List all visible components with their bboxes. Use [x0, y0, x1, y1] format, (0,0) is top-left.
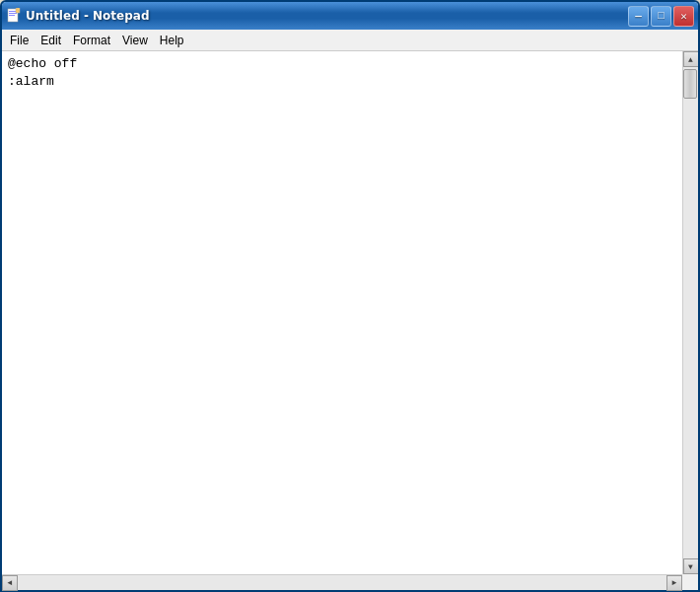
scroll-corner — [682, 574, 698, 590]
scroll-left-button[interactable]: ◄ — [2, 575, 18, 591]
title-bar: Untitled - Notepad — □ ✕ — [2, 2, 698, 30]
notepad-window: Untitled - Notepad — □ ✕ File Edit Forma… — [0, 0, 700, 592]
bottom-bar: ◄ ► — [2, 574, 698, 590]
scroll-down-button[interactable]: ▼ — [683, 558, 699, 574]
notepad-icon — [6, 8, 22, 24]
editor-area: @echo off :alarm ▲ ▼ — [2, 51, 698, 574]
svg-rect-3 — [9, 15, 15, 16]
vertical-scrollbar: ▲ ▼ — [682, 51, 698, 574]
scroll-right-button[interactable]: ► — [666, 575, 682, 591]
scroll-up-button[interactable]: ▲ — [683, 51, 699, 67]
menu-view[interactable]: View — [116, 32, 154, 49]
title-buttons: — □ ✕ — [628, 6, 694, 27]
maximize-button[interactable]: □ — [651, 6, 671, 27]
close-button[interactable]: ✕ — [673, 6, 694, 27]
menu-help[interactable]: Help — [154, 32, 190, 49]
scroll-thumb-vertical[interactable] — [683, 69, 697, 99]
menu-format[interactable]: Format — [67, 32, 116, 49]
window-title: Untitled - Notepad — [26, 9, 150, 23]
minimize-button[interactable]: — — [628, 6, 649, 27]
menu-file[interactable]: File — [4, 32, 35, 49]
scroll-track-horizontal[interactable] — [18, 575, 666, 590]
menu-edit[interactable]: Edit — [35, 32, 67, 49]
title-bar-left: Untitled - Notepad — [6, 8, 150, 24]
menu-bar: File Edit Format View Help — [2, 30, 698, 51]
text-editor[interactable]: @echo off :alarm — [2, 51, 682, 574]
horizontal-scrollbar: ◄ ► — [2, 574, 682, 590]
scroll-track-vertical[interactable] — [683, 67, 698, 558]
